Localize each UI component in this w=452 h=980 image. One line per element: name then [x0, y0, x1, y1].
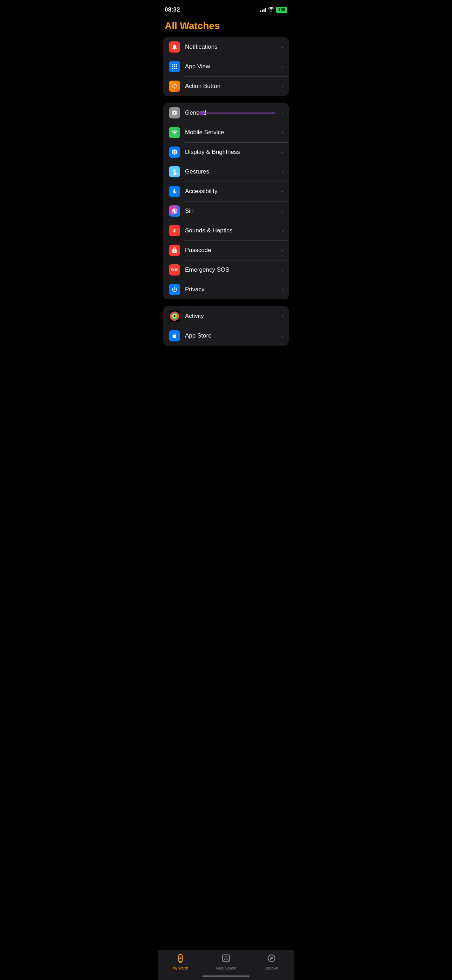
status-bar: 08:32 100 — [158, 0, 294, 18]
display-brightness-item[interactable]: Display & Brightness › — [163, 142, 289, 162]
svg-point-0 — [172, 64, 173, 65]
gestures-chevron: › — [282, 169, 283, 175]
siri-label: Siri — [185, 207, 279, 215]
app-view-icon — [169, 61, 180, 72]
battery-indicator: 100 — [276, 7, 287, 13]
accessibility-label: Accessibility — [185, 188, 279, 195]
app-store-label: App Store — [185, 332, 279, 339]
status-time: 08:32 — [165, 6, 180, 13]
privacy-chevron: › — [282, 287, 283, 292]
accessibility-icon — [169, 186, 180, 197]
svg-point-2 — [175, 64, 177, 65]
emergency-sos-chevron: › — [282, 267, 283, 273]
header: All Watches — [158, 18, 294, 37]
privacy-label: Privacy — [185, 286, 279, 293]
action-button-icon — [169, 81, 180, 92]
action-button-item[interactable]: Action Button › — [163, 76, 289, 96]
activity-chevron: › — [282, 313, 283, 319]
sounds-haptics-chevron: › — [282, 228, 283, 234]
siri-item[interactable]: Siri › — [163, 201, 289, 221]
svg-point-7 — [174, 68, 175, 69]
svg-point-1 — [174, 64, 175, 65]
privacy-item[interactable]: Privacy › — [163, 280, 289, 299]
svg-point-9 — [174, 189, 175, 190]
passcode-chevron: › — [282, 247, 283, 253]
emergency-sos-item[interactable]: SOS Emergency SOS › — [163, 260, 289, 280]
activity-icon — [169, 310, 180, 322]
passcode-icon — [169, 245, 180, 256]
display-brightness-label: Display & Brightness — [185, 149, 279, 156]
svg-point-4 — [174, 66, 175, 67]
mobile-service-label: Mobile Service — [185, 129, 279, 136]
app-view-item[interactable]: App View › — [163, 57, 289, 76]
general-icon — [169, 107, 180, 118]
status-icons: 100 — [260, 7, 287, 13]
app-store-icon — [169, 330, 180, 341]
mobile-service-chevron: › — [282, 130, 283, 135]
notifications-icon — [169, 41, 180, 52]
content: Notifications › App View › Action Button… — [158, 37, 294, 388]
accessibility-item[interactable]: Accessibility › — [163, 181, 289, 201]
activity-item[interactable]: Activity › — [163, 306, 289, 326]
activity-label: Activity — [185, 313, 279, 320]
wifi-icon — [268, 7, 274, 13]
gestures-icon — [169, 166, 180, 177]
general-chevron: › — [282, 110, 283, 116]
general-item[interactable]: General › — [163, 103, 289, 123]
accessibility-chevron: › — [282, 189, 283, 194]
app-store-chevron: › — [282, 333, 283, 339]
svg-point-6 — [172, 68, 173, 69]
section-1: Notifications › App View › Action Button… — [163, 37, 289, 96]
siri-icon — [169, 205, 180, 216]
arrow-line — [203, 113, 275, 114]
gestures-item[interactable]: Gestures › — [163, 162, 289, 181]
svg-point-5 — [175, 66, 177, 67]
sounds-haptics-icon — [169, 225, 180, 236]
annotation-arrow — [198, 110, 275, 116]
notifications-label: Notifications — [185, 43, 279, 51]
app-view-chevron: › — [282, 64, 283, 69]
gestures-label: Gestures — [185, 168, 279, 175]
action-button-chevron: › — [282, 83, 283, 89]
notifications-chevron: › — [282, 44, 283, 50]
passcode-item[interactable]: Passcode › — [163, 240, 289, 260]
emergency-sos-icon: SOS — [169, 264, 180, 275]
sos-text: SOS — [170, 268, 178, 272]
display-brightness-icon — [169, 146, 180, 158]
sounds-haptics-label: Sounds & Haptics — [185, 227, 279, 234]
display-brightness-chevron: › — [282, 149, 283, 155]
notifications-item[interactable]: Notifications › — [163, 37, 289, 57]
signal-icon — [260, 8, 266, 12]
mobile-service-icon — [169, 127, 180, 138]
section-2: General › Mobile Service › Di — [163, 103, 289, 299]
action-button-label: Action Button — [185, 83, 279, 90]
passcode-label: Passcode — [185, 247, 279, 254]
section-3: Activity › App Store › — [163, 306, 289, 345]
privacy-icon — [169, 284, 180, 295]
sounds-haptics-item[interactable]: Sounds & Haptics › — [163, 221, 289, 240]
svg-point-3 — [172, 66, 173, 67]
arrow-head — [198, 110, 203, 116]
page-title: All Watches — [165, 20, 220, 31]
app-view-label: App View — [185, 63, 279, 70]
svg-point-8 — [175, 68, 177, 69]
siri-chevron: › — [282, 208, 283, 214]
app-store-item[interactable]: App Store › — [163, 326, 289, 345]
emergency-sos-label: Emergency SOS — [185, 266, 279, 274]
mobile-service-item[interactable]: Mobile Service › — [163, 123, 289, 142]
